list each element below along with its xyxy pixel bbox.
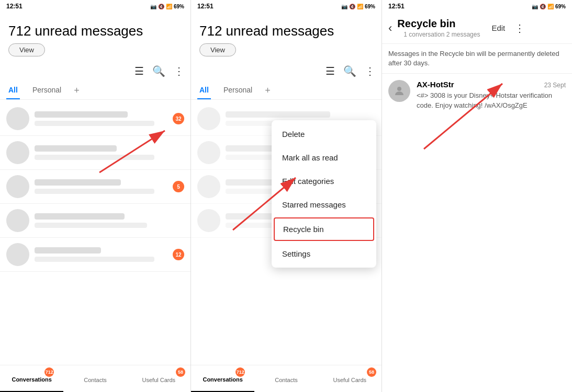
msg-content bbox=[35, 179, 167, 194]
msg-name-bar bbox=[35, 179, 121, 186]
tab-all-1[interactable]: All bbox=[6, 82, 20, 99]
avatar bbox=[6, 107, 29, 130]
nav-contacts-2[interactable]: Contacts bbox=[254, 365, 318, 392]
filter-icon-1[interactable]: ☰ bbox=[134, 65, 144, 77]
view-button-1[interactable]: View bbox=[8, 43, 45, 56]
tab-plus-2[interactable]: + bbox=[265, 85, 271, 96]
msg-text-bar bbox=[35, 121, 154, 126]
msg-text-bar bbox=[35, 155, 154, 160]
nav-conversations-label-2: Conversations bbox=[203, 376, 242, 383]
msg-badge: 12 bbox=[173, 249, 184, 260]
time-1: 12:51 bbox=[6, 3, 23, 10]
unread-banner-1: 712 unread messages View bbox=[0, 13, 190, 61]
camera-icon-2: 📷 bbox=[341, 4, 347, 9]
status-icons-3: 📷 🔇 📶 69% bbox=[532, 4, 566, 9]
avatar bbox=[6, 209, 29, 232]
status-bar-3: 12:51 📷 🔇 📶 69% bbox=[382, 0, 572, 13]
edit-button[interactable]: Edit bbox=[491, 24, 505, 32]
msg-name-bar bbox=[35, 247, 101, 253]
avatar bbox=[197, 141, 220, 164]
filter-icon-2[interactable]: ☰ bbox=[326, 65, 335, 77]
bottom-nav-2: Conversations 712 Contacts Useful Cards … bbox=[191, 365, 382, 392]
toolbar-1: ☰ 🔍 ⋮ bbox=[0, 61, 190, 82]
signal-icon-3: 📶 bbox=[547, 4, 554, 9]
more-button-3[interactable]: ⋮ bbox=[514, 22, 525, 34]
tabs-2: All Personal + bbox=[191, 82, 382, 100]
recycle-avatar bbox=[388, 80, 410, 102]
msg-content bbox=[35, 213, 184, 228]
tab-personal-1[interactable]: Personal bbox=[30, 82, 63, 99]
search-icon-1[interactable]: 🔍 bbox=[152, 65, 165, 77]
msg-text-bar bbox=[35, 257, 154, 262]
tab-all-2[interactable]: All bbox=[197, 82, 211, 99]
battery-3: 69% bbox=[555, 4, 566, 9]
msg-badge: 5 bbox=[173, 181, 184, 192]
mute-icon-2: 🔇 bbox=[349, 4, 355, 9]
mute-icon: 🔇 bbox=[158, 4, 164, 9]
unread-banner-2: 712 unread messages View bbox=[191, 13, 382, 61]
recycle-header: ‹ Recycle bin 1 conversation 2 messages … bbox=[382, 13, 572, 44]
recycle-msg-content: AX-HotStr 23 Sept <#> 3008 is your Disne… bbox=[417, 80, 566, 110]
recycle-sender: AX-HotStr bbox=[417, 80, 454, 89]
signal-icon: 📶 bbox=[166, 4, 172, 9]
unread-title-1: 712 unread messages bbox=[8, 23, 182, 39]
panel-1: 12:51 📷 🔇 📶 69% 712 unread messages View… bbox=[0, 0, 191, 392]
dropdown-edit-categories[interactable]: Edit categories bbox=[272, 169, 376, 193]
recycle-message-item[interactable]: AX-HotStr 23 Sept <#> 3008 is your Disne… bbox=[382, 74, 572, 116]
dropdown-mark-all-read[interactable]: Mark all as read bbox=[272, 146, 376, 169]
list-item[interactable] bbox=[0, 136, 190, 170]
tab-personal-2[interactable]: Personal bbox=[221, 82, 254, 99]
tabs-1: All Personal + bbox=[0, 82, 190, 100]
nav-contacts-1[interactable]: Contacts bbox=[63, 365, 127, 392]
avatar bbox=[6, 175, 29, 198]
status-bar-1: 12:51 📷 🔇 📶 69% bbox=[0, 0, 190, 13]
nav-useful-cards-label-2: Useful Cards bbox=[333, 377, 367, 383]
avatar bbox=[6, 243, 29, 266]
nav-conversations-1[interactable]: Conversations 712 bbox=[0, 365, 63, 392]
list-item[interactable]: 5 bbox=[0, 170, 190, 204]
msg-name-bar bbox=[35, 111, 128, 118]
recycle-subtitle: 1 conversation 2 messages bbox=[397, 30, 486, 38]
msg-badge: 32 bbox=[173, 113, 184, 124]
svg-point-4 bbox=[397, 87, 401, 91]
recycle-info: Messages in the Recycle bin will be perm… bbox=[382, 44, 572, 74]
avatar bbox=[197, 209, 220, 232]
msg-text-bar bbox=[35, 189, 154, 194]
nav-useful-cards-label-1: Useful Cards bbox=[142, 377, 176, 383]
recycle-title: Recycle bin bbox=[397, 18, 486, 30]
nav-badge-conv-2: 712 bbox=[235, 367, 245, 377]
msg-name-bar bbox=[35, 145, 117, 152]
status-icons-2: 📷 🔇 📶 69% bbox=[341, 4, 375, 9]
list-item[interactable]: 12 bbox=[0, 238, 190, 272]
dropdown-menu: Delete Mark all as read Edit categories … bbox=[272, 120, 376, 268]
dropdown-starred-messages[interactable]: Starred messages bbox=[272, 193, 376, 216]
dropdown-settings[interactable]: Settings bbox=[272, 242, 376, 266]
panel-2: 12:51 📷 🔇 📶 69% 712 unread messages View… bbox=[191, 0, 382, 392]
nav-contacts-label-1: Contacts bbox=[84, 377, 106, 383]
nav-badge-cards-1: 58 bbox=[176, 367, 185, 377]
tab-plus-1[interactable]: + bbox=[74, 85, 80, 96]
camera-icon: 📷 bbox=[150, 4, 156, 9]
nav-conversations-2[interactable]: Conversations 712 bbox=[191, 365, 254, 392]
list-item[interactable]: 32 bbox=[0, 102, 190, 136]
message-list-1: 32 5 bbox=[0, 100, 190, 365]
nav-conversations-label-1: Conversations bbox=[12, 376, 51, 383]
nav-useful-cards-1[interactable]: Useful Cards 58 bbox=[127, 365, 190, 392]
nav-useful-cards-2[interactable]: Useful Cards 58 bbox=[318, 365, 382, 392]
dropdown-delete[interactable]: Delete bbox=[272, 122, 376, 146]
nav-contacts-label-2: Contacts bbox=[275, 377, 297, 383]
time-2: 12:51 bbox=[197, 3, 214, 10]
msg-name-bar bbox=[226, 111, 330, 118]
msg-text-bar bbox=[35, 223, 147, 228]
view-button-2[interactable]: View bbox=[199, 43, 236, 56]
status-icons-1: 📷 🔇 📶 69% bbox=[150, 4, 184, 9]
search-icon-2[interactable]: 🔍 bbox=[343, 65, 356, 77]
more-icon-2[interactable]: ⋮ bbox=[365, 65, 375, 77]
panel-3: 12:51 📷 🔇 📶 69% ‹ Recycle bin 1 conversa… bbox=[382, 0, 572, 392]
msg-name-bar bbox=[35, 213, 125, 220]
dropdown-recycle-bin[interactable]: Recycle bin bbox=[274, 217, 374, 241]
recycle-msg-text: <#> 3008 is your Disney+ Hotstar verific… bbox=[417, 91, 566, 110]
list-item[interactable] bbox=[0, 204, 190, 238]
more-icon-1[interactable]: ⋮ bbox=[174, 65, 184, 77]
back-button[interactable]: ‹ bbox=[388, 21, 392, 35]
